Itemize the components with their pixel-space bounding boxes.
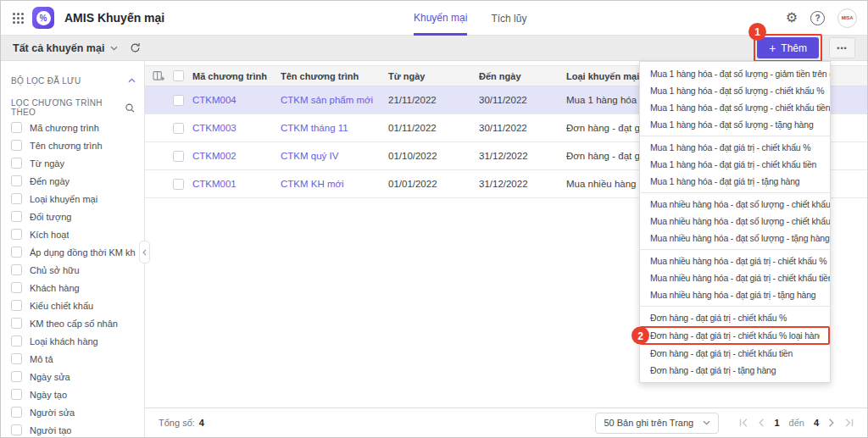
- view-selector[interactable]: Tất cả khuyến mại: [13, 42, 118, 54]
- menu-item[interactable]: Đơn hàng - đạt giá trị - tặng hàng: [640, 362, 830, 379]
- last-page-icon[interactable]: [844, 419, 854, 427]
- menu-item[interactable]: Mua nhiều hàng hóa - đạt số lượng - chiế…: [640, 213, 830, 230]
- filter-item[interactable]: Khách hàng: [11, 279, 136, 297]
- filter-item[interactable]: Mã chương trình: [11, 119, 136, 136]
- checkbox[interactable]: [11, 247, 22, 258]
- filter-item[interactable]: Ngày sửa: [11, 368, 136, 385]
- checkbox[interactable]: [11, 300, 22, 311]
- row-checkbox[interactable]: [173, 123, 184, 134]
- next-page-icon[interactable]: [828, 419, 835, 427]
- column-header-name[interactable]: Tên chương trình: [281, 71, 388, 81]
- checkbox[interactable]: [11, 158, 22, 169]
- row-name-link[interactable]: CTKM quý IV: [281, 151, 388, 161]
- first-page-icon[interactable]: [739, 419, 748, 427]
- row-name-link[interactable]: CTKM tháng 11: [281, 123, 388, 133]
- add-button[interactable]: + Thêm: [757, 37, 819, 58]
- menu-item-highlighted[interactable]: 2 Đơn hàng - đạt giá trị - chiết khấu % …: [640, 326, 830, 345]
- help-icon[interactable]: ?: [810, 11, 825, 25]
- row-code-link[interactable]: CTKM004: [192, 95, 281, 105]
- more-options-button[interactable]: •••: [829, 37, 855, 58]
- checkbox[interactable]: [11, 335, 22, 347]
- filter-item[interactable]: Áp dụng đồng thời KM khác: [11, 243, 136, 261]
- add-button-label: Thêm: [781, 42, 807, 54]
- menu-item[interactable]: Mua 1 hàng hóa - đạt giá trị - chiết khấ…: [640, 156, 830, 173]
- menu-item[interactable]: Mua nhiều hàng hóa - đạt giá trị - chiết…: [640, 249, 830, 269]
- row-name-link[interactable]: CTKM sản phẩm mới: [281, 95, 388, 105]
- page-size-select[interactable]: 50 Bản ghi trên Trang: [595, 413, 719, 434]
- app-launcher-icon[interactable]: [13, 13, 24, 24]
- menu-item[interactable]: Đơn hàng - đạt giá trị - chiết khấu tiền: [640, 345, 830, 362]
- menu-item[interactable]: Mua nhiều hàng hóa - đạt số lượng - tặng…: [640, 230, 830, 247]
- row-code-link[interactable]: CTKM002: [192, 151, 281, 161]
- row-code-link[interactable]: CTKM001: [192, 179, 281, 189]
- checkbox[interactable]: [11, 140, 22, 151]
- checkbox[interactable]: [11, 371, 22, 382]
- checkbox[interactable]: [11, 193, 22, 204]
- prev-page-icon[interactable]: [758, 419, 765, 427]
- app-logo-icon: %: [32, 7, 54, 29]
- toolbar: Tất cả khuyến mại + Thêm 1 •••: [1, 36, 867, 61]
- menu-item[interactable]: Mua nhiều hàng hóa - đạt số lượng - chiế…: [640, 192, 830, 213]
- filter-label: Ngày sửa: [30, 372, 70, 382]
- filter-label: Loại khách hàng: [30, 336, 98, 347]
- checkbox[interactable]: [11, 229, 22, 240]
- filter-label: Kích hoạt: [30, 230, 69, 240]
- filter-item[interactable]: Từ ngày: [11, 154, 136, 172]
- filter-item[interactable]: Người tạo: [11, 421, 136, 437]
- checkbox[interactable]: [11, 353, 22, 364]
- filter-item[interactable]: Loại khách hàng: [11, 332, 136, 350]
- row-from-date: 01/10/2022: [388, 151, 479, 161]
- column-header-to[interactable]: Đến ngày: [479, 71, 566, 81]
- row-to-date: 31/12/2022: [479, 151, 566, 161]
- filter-item[interactable]: Người sửa: [11, 403, 136, 421]
- select-all-checkbox[interactable]: [173, 70, 184, 81]
- filter-item[interactable]: Kích hoạt: [11, 225, 136, 243]
- tab-khuyen-mai[interactable]: Khuyến mại: [414, 1, 467, 36]
- filter-item[interactable]: Mô tả: [11, 350, 136, 368]
- menu-item[interactable]: Mua nhiều hàng hóa - đạt giá trị - tặng …: [640, 286, 830, 303]
- menu-item[interactable]: Mua 1 hàng hóa - đạt giá trị - chiết khấ…: [640, 136, 830, 156]
- refresh-icon[interactable]: [130, 42, 141, 53]
- row-checkbox[interactable]: [173, 151, 184, 162]
- checkbox[interactable]: [11, 389, 22, 400]
- filter-item[interactable]: Đến ngày: [11, 172, 136, 190]
- filter-item[interactable]: Chủ sở hữu: [11, 261, 136, 279]
- checkbox[interactable]: [11, 424, 22, 435]
- checkbox[interactable]: [11, 122, 22, 133]
- menu-item[interactable]: Mua 1 hàng hóa - đạt số lượng - chiết kh…: [640, 99, 830, 116]
- plus-icon: +: [769, 42, 776, 54]
- menu-item[interactable]: Mua nhiều hàng hóa - đạt giá trị - chiết…: [640, 269, 830, 286]
- filter-item[interactable]: Đối tượng: [11, 208, 136, 225]
- menu-item[interactable]: Mua 1 hàng hóa - đạt số lượng - chiết kh…: [640, 82, 830, 99]
- checkbox[interactable]: [11, 175, 22, 186]
- menu-item[interactable]: Mua 1 hàng hóa - đạt số lượng - tặng hàn…: [640, 116, 830, 133]
- settings-gear-icon[interactable]: ⚙: [786, 11, 798, 25]
- avatar[interactable]: MISA: [837, 8, 857, 28]
- row-checkbox[interactable]: [173, 179, 184, 190]
- row-name-link[interactable]: CTKM KH mới: [281, 179, 388, 189]
- filter-item[interactable]: Ngày tạo: [11, 385, 136, 403]
- checkbox[interactable]: [11, 407, 22, 418]
- header-tabs: Khuyến mại Tích lũy: [414, 1, 526, 36]
- add-column-icon[interactable]: [153, 70, 165, 81]
- filter-label: Tên chương trình: [30, 141, 103, 151]
- filter-item[interactable]: Loại khuyến mại: [11, 190, 136, 208]
- filter-item[interactable]: Kiểu chiết khấu: [11, 297, 136, 314]
- menu-item[interactable]: Mua 1 hàng hóa - đạt số lượng - giảm tiề…: [640, 65, 830, 82]
- checkbox[interactable]: [11, 211, 22, 222]
- filter-item[interactable]: Tên chương trình: [11, 136, 136, 154]
- column-header-from[interactable]: Từ ngày: [388, 71, 479, 81]
- row-checkbox[interactable]: [173, 95, 184, 106]
- row-code-link[interactable]: CTKM003: [192, 123, 281, 133]
- filter-item[interactable]: KM theo cấp số nhân: [11, 314, 136, 332]
- menu-item[interactable]: Mua 1 hàng hóa - đạt giá trị - tặng hàng: [640, 173, 830, 190]
- checkbox[interactable]: [11, 264, 22, 275]
- sidebar-collapse-handle[interactable]: [139, 241, 150, 263]
- tab-tich-luy[interactable]: Tích lũy: [491, 1, 526, 36]
- checkbox[interactable]: [11, 282, 22, 293]
- checkbox[interactable]: [11, 318, 22, 329]
- saved-filters-section[interactable]: BỘ LỌC ĐÃ LƯU: [11, 71, 136, 90]
- search-icon[interactable]: [125, 103, 136, 114]
- column-header-code[interactable]: Mã chương trình: [192, 71, 281, 81]
- menu-item[interactable]: Đơn hàng - đạt giá trị - chiết khấu %: [640, 306, 830, 326]
